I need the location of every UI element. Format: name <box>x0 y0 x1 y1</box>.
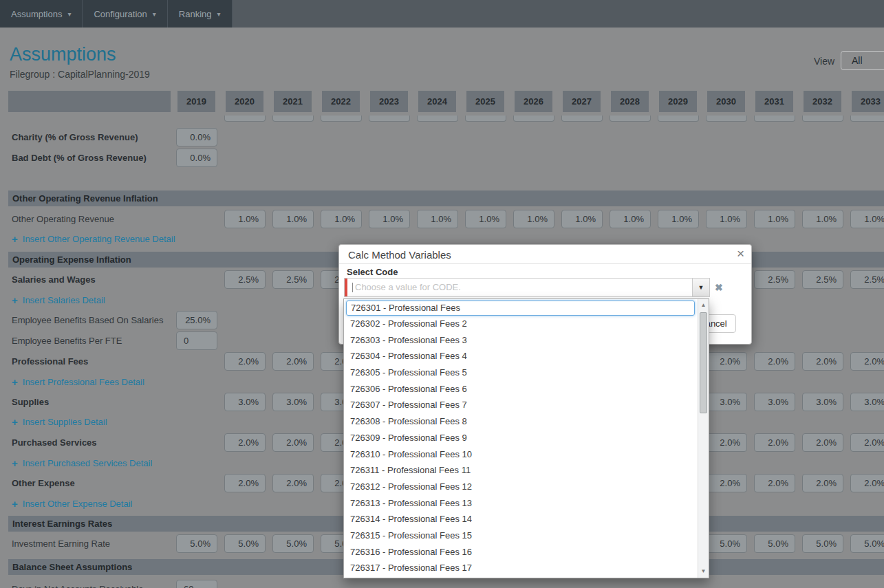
clipped-value-cell[interactable] <box>561 116 603 122</box>
nav-tab-configuration[interactable]: Configuration▾ <box>83 0 167 28</box>
cell-other-operating-revenue-2032[interactable]: 1.0% <box>802 210 843 228</box>
cell-salaries-and-wages-2032[interactable]: 2.5% <box>802 270 843 289</box>
cell-investment-earning-rate-2020[interactable]: 5.0% <box>224 534 266 553</box>
clipped-value-cell[interactable] <box>465 116 506 122</box>
cell-employee-benefits-per-fte-2019[interactable]: 0 <box>176 331 217 350</box>
dropdown-option[interactable]: 726305 - Professional Fees 5 <box>344 364 698 381</box>
clipped-value-cell[interactable] <box>850 116 884 122</box>
dropdown-option[interactable]: 726317 - Professional Fees 17 <box>344 560 698 576</box>
cell-other-expense-2031[interactable]: 2.0% <box>754 474 795 492</box>
cell-supplies-2031[interactable]: 3.0% <box>754 393 795 411</box>
insert-detail-link[interactable]: +Insert Other Expense Detail <box>12 497 132 510</box>
cell-investment-earning-rate-2031[interactable]: 5.0% <box>754 534 795 553</box>
clipped-value-cell[interactable] <box>369 116 410 122</box>
cell-other-operating-revenue-2029[interactable]: 1.0% <box>658 210 699 228</box>
code-combobox-input[interactable]: Choose a value for CODE. ▼ <box>344 278 710 297</box>
dropdown-option[interactable]: 726307 - Professional Fees 7 <box>344 397 698 413</box>
dropdown-option[interactable]: 726310 - Professional Fees 10 <box>344 446 698 463</box>
cell-professional-fees-2033[interactable]: 2.0% <box>850 352 884 371</box>
cell-other-operating-revenue-2023[interactable]: 1.0% <box>369 210 410 228</box>
dropdown-option[interactable]: 726309 - Professional Fees 9 <box>344 430 698 446</box>
cell-supplies-2020[interactable]: 3.0% <box>224 393 266 411</box>
clipped-value-cell[interactable] <box>658 116 699 122</box>
cell-other-operating-revenue-2028[interactable]: 1.0% <box>610 210 651 228</box>
dropdown-option[interactable]: 726314 - Professional Fees 14 <box>344 511 698 527</box>
insert-detail-link[interactable]: +Insert Other Operating Revenue Detail <box>12 232 175 245</box>
insert-detail-link[interactable]: +Insert Supplies Detail <box>12 415 107 428</box>
cell-other-operating-revenue-2022[interactable]: 1.0% <box>321 210 362 228</box>
nav-tab-ranking[interactable]: Ranking▾ <box>168 0 233 28</box>
cell-other-operating-revenue-2020[interactable]: 1.0% <box>224 210 266 228</box>
clipped-value-cell[interactable] <box>417 116 458 122</box>
dropdown-option[interactable]: 726302 - Professional Fees 2 <box>344 316 698 332</box>
scrollbar-thumb[interactable] <box>700 312 707 413</box>
cell-days-in-net-accounts-receivable-2019[interactable]: 60 <box>176 580 217 588</box>
dropdown-option[interactable]: 726301 - Professional Fees <box>346 301 695 316</box>
dropdown-option[interactable]: 726306 - Professional Fees 6 <box>344 381 698 398</box>
cell-supplies-2032[interactable]: 3.0% <box>802 393 843 411</box>
cell-salaries-and-wages-2020[interactable]: 2.5% <box>224 270 266 289</box>
cell-purchased-services-2020[interactable]: 2.0% <box>224 433 266 452</box>
dropdown-option[interactable]: 726308 - Professional Fees 8 <box>344 413 698 430</box>
cell-other-operating-revenue-2025[interactable]: 1.0% <box>465 210 506 228</box>
cell-salaries-and-wages-2033[interactable]: 2.5% <box>850 270 884 289</box>
cell-employee-benefits-based-on-salaries-2019[interactable]: 25.0% <box>176 311 217 329</box>
cell-supplies-2030[interactable]: 3.0% <box>706 393 747 411</box>
scroll-down-icon[interactable]: ▼ <box>698 566 709 576</box>
cell-salaries-and-wages-2021[interactable]: 2.5% <box>272 270 314 289</box>
dropdown-option[interactable]: 726312 - Professional Fees 12 <box>344 479 698 495</box>
scroll-up-icon[interactable]: ▲ <box>698 300 709 310</box>
cell-other-operating-revenue-2026[interactable]: 1.0% <box>513 210 554 228</box>
clipped-value-cell[interactable] <box>706 116 747 122</box>
cell-investment-earning-rate-2030[interactable]: 5.0% <box>706 534 747 553</box>
cell-purchased-services-2030[interactable]: 2.0% <box>706 433 747 452</box>
dropdown-option[interactable]: 726316 - Professional Fees 16 <box>344 544 698 560</box>
cell-purchased-services-2031[interactable]: 2.0% <box>754 433 795 452</box>
cell-charity-2019[interactable]: 0.0% <box>176 128 217 146</box>
cell-investment-earning-rate-2032[interactable]: 5.0% <box>802 534 843 553</box>
cell-investment-earning-rate-2021[interactable]: 5.0% <box>272 534 314 553</box>
cell-other-operating-revenue-2021[interactable]: 1.0% <box>272 210 314 228</box>
insert-detail-link[interactable]: +Insert Professional Fees Detail <box>12 375 144 388</box>
cell-salaries-and-wages-2031[interactable]: 2.5% <box>754 270 795 289</box>
dropdown-toggle-button[interactable]: ▼ <box>692 279 709 296</box>
cell-other-operating-revenue-2024[interactable]: 1.0% <box>417 210 458 228</box>
cell-other-expense-2021[interactable]: 2.0% <box>272 474 314 492</box>
cell-other-expense-2020[interactable]: 2.0% <box>224 474 266 492</box>
clipped-value-cell[interactable] <box>610 116 651 122</box>
cell-professional-fees-2020[interactable]: 2.0% <box>224 352 266 371</box>
dropdown-option[interactable]: 726303 - Professional Fees 3 <box>344 332 698 349</box>
dropdown-option[interactable]: 726304 - Professional Fees 4 <box>344 348 698 364</box>
cell-purchased-services-2021[interactable]: 2.0% <box>272 433 314 452</box>
cell-professional-fees-2031[interactable]: 2.0% <box>754 352 795 371</box>
cell-supplies-2021[interactable]: 3.0% <box>272 393 314 411</box>
clipped-value-cell[interactable] <box>224 116 266 122</box>
cell-investment-earning-rate-2019[interactable]: 5.0% <box>176 534 217 553</box>
dropdown-option[interactable]: 726315 - Professional Fees 15 <box>344 527 698 544</box>
clipped-value-cell[interactable] <box>802 116 843 122</box>
dropdown-option[interactable]: 726311 - Professional Fees 11 <box>344 462 698 479</box>
clipped-value-cell[interactable] <box>754 116 795 122</box>
close-icon[interactable]: × <box>737 246 744 261</box>
cell-other-expense-2032[interactable]: 2.0% <box>802 474 843 492</box>
cell-professional-fees-2021[interactable]: 2.0% <box>272 352 314 371</box>
cell-professional-fees-2032[interactable]: 2.0% <box>802 352 843 371</box>
insert-detail-link[interactable]: +Insert Purchased Services Detail <box>12 457 152 469</box>
cell-other-expense-2033[interactable]: 2.0% <box>850 474 884 492</box>
view-select[interactable]: All <box>841 51 884 70</box>
cell-other-operating-revenue-2031[interactable]: 1.0% <box>754 210 795 228</box>
cell-professional-fees-2030[interactable]: 2.0% <box>706 352 747 371</box>
cell-other-operating-revenue-2030[interactable]: 1.0% <box>706 210 747 228</box>
clipped-value-cell[interactable] <box>272 116 314 122</box>
cell-purchased-services-2032[interactable]: 2.0% <box>802 433 843 452</box>
dropdown-option[interactable]: 726313 - Professional Fees 13 <box>344 495 698 512</box>
cell-other-expense-2030[interactable]: 2.0% <box>706 474 747 492</box>
clipped-value-cell[interactable] <box>321 116 362 122</box>
cell-supplies-2033[interactable]: 3.0% <box>850 393 884 411</box>
clipped-value-cell[interactable] <box>513 116 554 122</box>
cell-bad-debt-2019[interactable]: 0.0% <box>176 149 217 167</box>
nav-tab-assumptions[interactable]: Assumptions▾ <box>0 0 83 28</box>
insert-detail-link[interactable]: +Insert Salaries Detail <box>12 294 105 306</box>
clear-selection-icon[interactable]: ✖ <box>715 278 723 297</box>
cell-other-operating-revenue-2027[interactable]: 1.0% <box>561 210 603 228</box>
